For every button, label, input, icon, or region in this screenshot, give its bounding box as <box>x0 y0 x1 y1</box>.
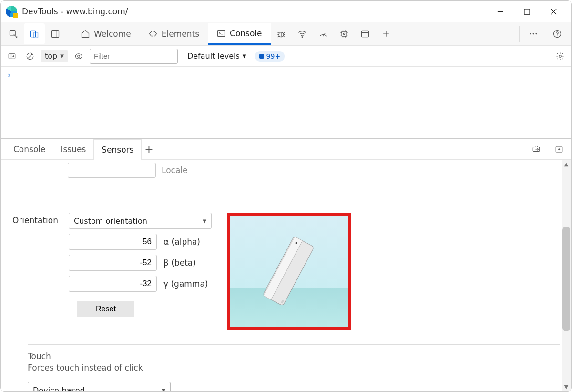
svg-rect-24 <box>361 31 368 37</box>
scrollbar[interactable]: ▲ ▼ <box>562 160 571 391</box>
drawer-tab-console[interactable]: Console <box>6 139 53 160</box>
svg-rect-14 <box>342 31 347 36</box>
scroll-up-icon[interactable]: ▲ <box>562 160 571 168</box>
orientation-section: Orientation Custom orientation▼ α (alpha… <box>12 213 560 330</box>
window-title: DevTools - www.bing.com/ <box>22 7 128 16</box>
touch-desc: Forces touch instead of click <box>28 363 560 372</box>
console-settings-icon[interactable] <box>553 49 567 63</box>
svg-point-15 <box>343 33 345 34</box>
edge-devtools-icon <box>6 6 17 17</box>
locale-label: Locale <box>162 165 188 175</box>
touch-title: Touch <box>28 351 560 361</box>
svg-point-32 <box>557 36 557 36</box>
tab-welcome[interactable]: Welcome <box>72 23 140 45</box>
svg-rect-1 <box>524 9 529 14</box>
maximize-button[interactable] <box>521 5 533 18</box>
console-prompt-icon: › <box>8 71 10 80</box>
svg-rect-9 <box>218 30 225 36</box>
svg-point-37 <box>78 55 80 57</box>
console-filter-input[interactable] <box>90 49 178 64</box>
live-expression-icon[interactable] <box>72 49 86 63</box>
drawer-add-tab-button[interactable]: + <box>142 143 156 155</box>
help-icon[interactable] <box>545 23 569 44</box>
add-tab-button[interactable] <box>376 23 397 44</box>
console-body[interactable]: › <box>1 67 571 138</box>
tab-elements-label: Elements <box>162 29 199 39</box>
gamma-input[interactable] <box>69 276 157 292</box>
svg-point-12 <box>302 37 303 38</box>
devtools-window: DevTools - www.bing.com/ Welcome Element… <box>0 0 572 392</box>
beta-input[interactable] <box>69 255 157 271</box>
performance-icon[interactable] <box>313 23 334 44</box>
inspect-element-icon[interactable] <box>3 23 24 44</box>
touch-mode-select[interactable]: Device-based▼ <box>28 382 171 391</box>
drawer-dock-icon[interactable] <box>529 142 543 156</box>
reset-button[interactable]: Reset <box>77 301 134 317</box>
drawer: Console Issues Sensors + Locale Orientat… <box>1 138 571 391</box>
orientation-mode-select[interactable]: Custom orientation▼ <box>69 213 212 229</box>
sensors-panel: Locale Orientation Custom orientation▼ α… <box>1 160 571 391</box>
alpha-label: α (alpha) <box>163 237 200 247</box>
svg-point-29 <box>533 33 534 35</box>
titlebar: DevTools - www.bing.com/ <box>1 1 571 22</box>
alpha-input[interactable] <box>69 234 157 250</box>
phone-3d-icon <box>246 219 332 324</box>
toggle-console-sidebar-icon[interactable] <box>5 49 19 63</box>
minimize-button[interactable] <box>494 5 506 18</box>
section-divider <box>12 202 560 202</box>
more-tools-icon[interactable] <box>521 23 545 44</box>
drawer-collapse-icon[interactable] <box>552 142 566 156</box>
console-toolbar: top▼ Default levels▼ 99+ <box>1 46 571 67</box>
locale-input[interactable] <box>68 163 156 178</box>
tab-console-label: Console <box>230 29 262 38</box>
device-emulation-icon[interactable] <box>24 23 45 44</box>
application-icon[interactable] <box>355 23 376 44</box>
log-levels-selector[interactable]: Default levels▼ <box>187 52 246 61</box>
memory-icon[interactable] <box>334 23 355 44</box>
section-divider-2 <box>28 344 560 345</box>
context-scope-selector[interactable]: top▼ <box>41 50 68 62</box>
bug-icon[interactable] <box>271 23 292 44</box>
scroll-thumb[interactable] <box>562 227 570 331</box>
clear-console-icon[interactable] <box>23 49 37 63</box>
svg-point-38 <box>559 55 562 57</box>
svg-point-28 <box>530 33 531 35</box>
svg-rect-5 <box>31 31 36 37</box>
orientation-preview[interactable] <box>227 213 351 330</box>
tab-elements[interactable]: Elements <box>140 23 208 45</box>
network-conditions-icon[interactable] <box>292 23 313 44</box>
beta-label: β (beta) <box>163 258 196 268</box>
svg-rect-7 <box>52 31 59 38</box>
touch-section: Touch Forces touch instead of click Devi… <box>28 351 560 391</box>
main-tabbar: Welcome Elements Console <box>1 22 571 46</box>
close-button[interactable] <box>547 5 560 18</box>
svg-line-36 <box>28 54 32 58</box>
scroll-down-icon[interactable]: ▼ <box>562 382 571 391</box>
activity-bar-icon[interactable] <box>45 23 66 44</box>
drawer-tab-issues[interactable]: Issues <box>53 139 94 160</box>
drawer-tab-sensors[interactable]: Sensors <box>93 139 142 160</box>
gamma-label: γ (gamma) <box>163 279 208 289</box>
tab-welcome-label: Welcome <box>94 29 131 39</box>
orientation-label: Orientation <box>12 213 58 225</box>
locale-row: Locale <box>68 163 571 178</box>
drawer-tabbar: Console Issues Sensors + <box>1 139 571 160</box>
svg-point-30 <box>535 33 537 35</box>
tab-console[interactable]: Console <box>208 23 271 45</box>
issues-badge[interactable]: 99+ <box>255 51 285 62</box>
